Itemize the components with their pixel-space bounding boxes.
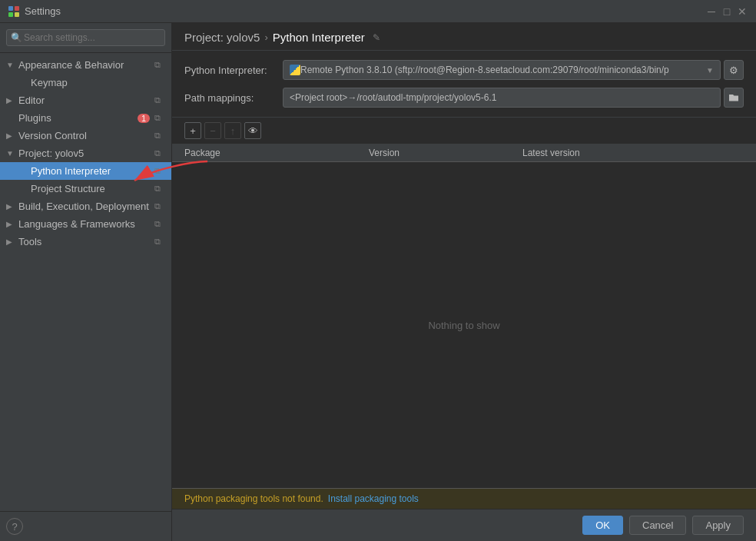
sidebar-item-project[interactable]: ▼ Project: yolov5 ⧉ [0,144,171,162]
external-link-icon: ⧉ [154,201,165,212]
sidebar-item-plugins[interactable]: Plugins 1 ⧉ [0,109,171,127]
external-link-icon: ⧉ [154,113,165,124]
python-icon [290,65,300,75]
interpreter-row: Python Interpreter: Remote Python 3.8.10… [184,60,744,80]
title-bar: Settings ─ □ ✕ [0,0,756,23]
interpreter-value: Remote Python 3.8.10 (sftp://root@Region… [300,65,703,75]
add-package-button[interactable]: + [184,122,201,139]
sidebar: 🔍 ▼ Appearance & Behavior ⧉ Keymap ▶ Edi… [0,23,172,541]
close-button[interactable]: ✕ [736,5,748,18]
show-path-button[interactable]: 👁 [244,122,261,139]
svg-rect-3 [15,12,19,17]
search-input[interactable] [6,29,165,46]
path-mappings-label: Path mappings: [184,92,277,104]
main-layout: 🔍 ▼ Appearance & Behavior ⧉ Keymap ▶ Edi… [0,23,756,541]
breadcrumb-current: Python Interpreter [273,31,365,44]
path-value: <Project root>→/root/autodl-tmp/project/… [283,88,721,108]
chevron-right-icon: ▶ [6,96,17,105]
ok-button[interactable]: OK [582,516,623,535]
external-link-icon: ⧉ [154,237,165,247]
chevron-down-icon: ▼ [6,149,17,158]
external-link-icon: ⧉ [154,95,165,106]
svg-rect-1 [15,6,19,11]
breadcrumb: Project: yolov5 › Python Interpreter ✎ [172,23,756,51]
footer: OK Cancel Apply [172,509,756,541]
browse-folder-button[interactable] [724,88,744,108]
table-empty-message: Nothing to show [172,162,756,488]
packages-table: Package Version Latest version Nothing t… [172,144,756,488]
external-link-icon: ⧉ [154,60,165,71]
edit-icon: ✎ [373,32,380,43]
chevron-right-icon: ▶ [6,237,17,246]
interpreter-form: Python Interpreter: Remote Python 3.8.10… [172,51,756,118]
help-button[interactable]: ? [6,518,23,535]
svg-rect-0 [8,6,13,11]
path-mappings-row: Path mappings: <Project root>→/root/auto… [184,88,744,108]
window-title: Settings [25,5,61,17]
sidebar-item-languages[interactable]: ▶ Languages & Frameworks ⧉ [0,215,171,233]
app-icon [8,5,20,18]
chevron-down-icon: ▼ [6,61,17,69]
window-controls: ─ □ ✕ [705,5,748,18]
column-latest: Latest version [522,148,744,158]
external-link-icon: ⧉ [154,219,165,230]
svg-rect-2 [8,12,13,17]
sidebar-item-editor[interactable]: ▶ Editor ⧉ [0,91,171,109]
sidebar-item-keymap[interactable]: Keymap [0,74,171,91]
remove-package-button[interactable]: − [204,122,221,139]
chevron-right-icon: ▶ [6,131,17,140]
sidebar-item-appearance[interactable]: ▼ Appearance & Behavior ⧉ [0,56,171,74]
status-bar: Python packaging tools not found. Instal… [172,488,756,509]
packages-toolbar: + − ↑ 👁 [172,118,756,144]
sidebar-search-area: 🔍 [0,23,171,53]
sidebar-item-project-structure[interactable]: Project Structure ⧉ [0,180,171,197]
breadcrumb-separator: › [264,32,267,43]
interpreter-settings-button[interactable]: ⚙ [724,60,744,80]
external-link-icon: ⧉ [154,131,165,141]
install-tools-link[interactable]: Install packaging tools [328,493,419,504]
chevron-right-icon: ▶ [6,202,17,211]
sidebar-item-python-interpreter[interactable]: Python Interpreter ⧉ [0,162,171,180]
content-panel: Project: yolov5 › Python Interpreter ✎ P… [172,23,756,541]
move-up-button[interactable]: ↑ [224,122,241,139]
interpreter-label: Python Interpreter: [184,65,277,76]
external-link-icon: ⧉ [154,166,165,177]
status-message: Python packaging tools not found. [184,493,323,504]
sidebar-nav: ▼ Appearance & Behavior ⧉ Keymap ▶ Edito… [0,53,171,511]
apply-button[interactable]: Apply [692,516,744,535]
table-header: Package Version Latest version [172,144,756,162]
breadcrumb-project: Project: yolov5 [184,31,260,44]
interpreter-dropdown[interactable]: Remote Python 3.8.10 (sftp://root@Region… [283,60,721,80]
minimize-button[interactable]: ─ [705,5,718,18]
sidebar-item-tools[interactable]: ▶ Tools ⧉ [0,233,171,251]
path-selector: <Project root>→/root/autodl-tmp/project/… [283,88,744,108]
sidebar-item-version-control[interactable]: ▶ Version Control ⧉ [0,127,171,144]
column-package: Package [184,148,369,158]
cancel-button[interactable]: Cancel [629,516,686,535]
chevron-down-icon: ▼ [706,66,714,75]
maximize-button[interactable]: □ [721,5,733,18]
interpreter-selector: Remote Python 3.8.10 (sftp://root@Region… [283,60,744,80]
column-version: Version [369,148,522,158]
external-link-icon: ⧉ [154,184,165,194]
sidebar-item-build-execution[interactable]: ▶ Build, Execution, Deployment ⧉ [0,197,171,215]
external-link-icon: ⧉ [154,148,165,159]
sidebar-bottom: ? [0,511,171,541]
chevron-right-icon: ▶ [6,220,17,228]
